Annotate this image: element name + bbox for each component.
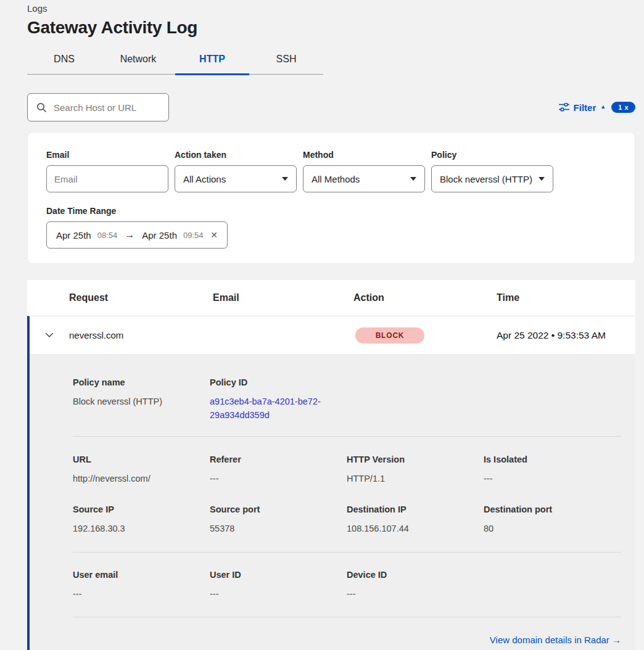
policy-id-field: Policy ID a91c3eb4-ba7a-4201-be72-29a934…	[210, 377, 347, 422]
range-start-time: 08:54	[97, 231, 118, 240]
policy-section: Policy name Block neverssl (HTTP) Policy…	[73, 377, 621, 422]
source-port-label: Source port	[210, 504, 347, 514]
http-version-label: HTTP Version	[347, 455, 484, 464]
policy-name-field: Policy name Block neverssl (HTTP)	[73, 377, 210, 422]
block-status-badge: BLOCK	[355, 327, 424, 344]
referer-field: Referer ---	[210, 455, 347, 486]
page: Logs Gateway Activity Log DNS Network HT…	[27, 0, 635, 650]
search-input[interactable]	[52, 102, 160, 113]
col-header-email: Email	[213, 292, 353, 303]
date-time-range-label: Date Time Range	[46, 206, 616, 216]
row-request: neverssl.com	[69, 330, 213, 340]
is-isolated-field: Is Isolated ---	[484, 455, 621, 486]
http-section: URL http://neverssl.com/ Referer --- HTT…	[73, 455, 621, 486]
destination-ip-label: Destination IP	[347, 504, 484, 514]
collapse-caret-icon: ▲	[600, 104, 606, 110]
tab-network[interactable]: Network	[101, 47, 175, 74]
tab-dns[interactable]: DNS	[27, 47, 101, 74]
table-row[interactable]: neverssl.com BLOCK Apr 25 2022 • 9:53:53…	[27, 316, 635, 354]
device-id-label: Device ID	[347, 570, 484, 580]
destination-port-field: Destination port 80	[484, 504, 621, 536]
divider	[73, 436, 621, 437]
range-end-date: Apr 25th	[142, 230, 177, 241]
radar-link-row: View domain details in Radar →	[73, 635, 621, 646]
date-time-range-field: Date Time Range Apr 25th 08:54 → Apr 25t…	[46, 206, 616, 249]
policy-value: Block neverssl (HTTP)	[440, 174, 532, 184]
method-select[interactable]: All Methods	[303, 165, 425, 192]
activity-log-table: Request Email Action Time neverssl.com B…	[27, 280, 635, 650]
user-email-field: User email ---	[73, 570, 210, 601]
filter-toggle-button[interactable]: Filter ▲	[559, 102, 606, 113]
referer-label: Referer	[210, 455, 347, 464]
range-end-time: 09:54	[183, 231, 204, 240]
source-ip-value: 192.168.30.3	[73, 522, 210, 536]
user-email-value: ---	[73, 588, 210, 601]
action-taken-field: Action taken All Actions	[175, 150, 297, 192]
chevron-down-icon	[410, 177, 416, 181]
destination-port-label: Destination port	[484, 504, 621, 514]
destination-port-value: 80	[484, 522, 621, 536]
filter-label: Filter	[574, 102, 597, 113]
divider	[73, 617, 621, 617]
device-id-value: ---	[347, 588, 484, 601]
http-version-value: HTTP/1.1	[347, 472, 484, 486]
destination-ip-field: Destination IP 108.156.107.44	[347, 504, 484, 536]
clear-date-range-icon[interactable]: ✕	[210, 230, 218, 240]
chevron-down-icon	[539, 177, 545, 181]
url-value: http://neverssl.com/	[73, 472, 210, 486]
col-header-action: Action	[353, 292, 497, 303]
log-type-tabs: DNS Network HTTP SSH	[27, 47, 323, 75]
table-header-row: Request Email Action Time	[27, 280, 635, 316]
row-expand-button[interactable]	[30, 332, 69, 338]
range-start-date: Apr 25th	[56, 230, 91, 241]
user-id-label: User ID	[210, 570, 347, 580]
is-isolated-value: ---	[484, 472, 621, 486]
http-version-field: HTTP Version HTTP/1.1	[347, 455, 484, 486]
email-filter-field: Email	[46, 150, 168, 192]
source-port-value: 55378	[210, 522, 347, 536]
breadcrumb[interactable]: Logs	[27, 0, 635, 14]
method-value: All Methods	[312, 174, 360, 184]
col-header-time: Time	[497, 292, 635, 303]
filter-sliders-icon	[559, 103, 569, 112]
policy-field: Policy Block neverssl (HTTP)	[431, 150, 553, 192]
search-icon	[36, 102, 47, 113]
network-section: Source IP 192.168.30.3 Source port 55378…	[73, 504, 621, 536]
policy-id-link[interactable]: a91c3eb4-ba7a-4201-be72-29a934dd359d	[210, 395, 327, 422]
user-email-label: User email	[73, 570, 210, 580]
search-box[interactable]	[27, 93, 169, 121]
tab-ssh[interactable]: SSH	[249, 47, 323, 74]
radar-link-text: View domain details in Radar	[490, 635, 609, 645]
is-isolated-label: Is Isolated	[484, 455, 621, 464]
method-label: Method	[303, 150, 425, 160]
action-taken-value: All Actions	[183, 174, 226, 184]
policy-label: Policy	[431, 150, 553, 160]
chevron-down-icon	[45, 332, 54, 338]
url-label: URL	[73, 455, 210, 464]
page-title: Gateway Activity Log	[27, 18, 635, 38]
arrow-right-icon: →	[123, 229, 136, 241]
date-range-picker[interactable]: Apr 25th 08:54 → Apr 25th 09:54 ✕	[46, 221, 228, 249]
filter-count-badge: 1 x	[611, 102, 635, 113]
email-filter-label: Email	[46, 150, 168, 160]
device-id-field: Device ID ---	[347, 570, 484, 601]
col-header-request: Request	[69, 292, 213, 303]
divider	[73, 552, 621, 553]
tab-http[interactable]: HTTP	[175, 47, 249, 74]
radar-details-link[interactable]: View domain details in Radar →	[490, 635, 621, 645]
policy-select[interactable]: Block neverssl (HTTP)	[431, 165, 553, 192]
email-filter-input[interactable]	[46, 165, 168, 192]
row-action: BLOCK	[353, 327, 497, 344]
user-section: User email --- User ID --- Device ID ---	[73, 570, 621, 601]
source-ip-label: Source IP	[73, 504, 210, 514]
referer-value: ---	[210, 472, 347, 486]
chevron-down-icon	[282, 177, 288, 181]
row-time: Apr 25 2022 • 9:53:53 AM	[497, 330, 635, 341]
toolbar: Filter ▲ 1 x	[27, 93, 635, 121]
policy-id-label: Policy ID	[210, 377, 347, 387]
action-taken-select[interactable]: All Actions	[175, 165, 297, 192]
action-taken-label: Action taken	[175, 150, 297, 160]
user-id-field: User ID ---	[210, 570, 347, 601]
source-port-field: Source port 55378	[210, 504, 347, 536]
source-ip-field: Source IP 192.168.30.3	[73, 504, 210, 536]
